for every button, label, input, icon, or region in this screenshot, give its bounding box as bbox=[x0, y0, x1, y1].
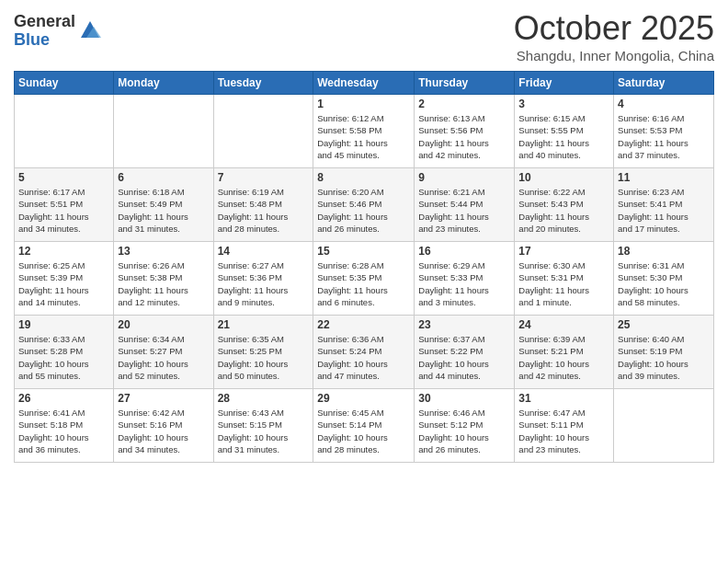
day-number: 9 bbox=[418, 171, 510, 184]
day-number: 16 bbox=[418, 245, 510, 258]
logo-general: General bbox=[14, 13, 75, 31]
day-number: 31 bbox=[518, 392, 609, 405]
calendar-cell: 1Sunrise: 6:12 AMSunset: 5:58 PMDaylight… bbox=[313, 95, 415, 168]
calendar-week-2: 5Sunrise: 6:17 AMSunset: 5:51 PMDaylight… bbox=[15, 168, 714, 242]
calendar-cell: 3Sunrise: 6:15 AMSunset: 5:55 PMDaylight… bbox=[515, 95, 614, 168]
calendar-cell bbox=[114, 95, 213, 168]
day-number: 5 bbox=[18, 171, 109, 184]
logo-icon bbox=[77, 17, 103, 43]
weekday-header-sunday: Sunday bbox=[15, 72, 114, 95]
day-info: Sunrise: 6:12 AMSunset: 5:58 PMDaylight:… bbox=[317, 112, 410, 161]
weekday-header-thursday: Thursday bbox=[415, 72, 515, 95]
header: General Blue October 2025 Shangdu, Inner… bbox=[14, 9, 714, 63]
day-info: Sunrise: 6:23 AMSunset: 5:41 PMDaylight:… bbox=[618, 186, 710, 235]
calendar-cell: 11Sunrise: 6:23 AMSunset: 5:41 PMDayligh… bbox=[614, 168, 714, 242]
day-number: 21 bbox=[218, 318, 310, 331]
logo: General Blue bbox=[14, 13, 103, 50]
day-info: Sunrise: 6:37 AMSunset: 5:22 PMDaylight:… bbox=[418, 333, 510, 382]
calendar-cell: 8Sunrise: 6:20 AMSunset: 5:46 PMDaylight… bbox=[313, 168, 415, 242]
day-info: Sunrise: 6:34 AMSunset: 5:27 PMDaylight:… bbox=[118, 333, 209, 382]
day-number: 8 bbox=[317, 171, 410, 184]
calendar-week-3: 12Sunrise: 6:25 AMSunset: 5:39 PMDayligh… bbox=[15, 242, 714, 316]
day-info: Sunrise: 6:21 AMSunset: 5:44 PMDaylight:… bbox=[418, 186, 510, 235]
calendar-cell: 24Sunrise: 6:39 AMSunset: 5:21 PMDayligh… bbox=[515, 316, 614, 389]
calendar-cell: 31Sunrise: 6:47 AMSunset: 5:11 PMDayligh… bbox=[515, 389, 614, 463]
calendar-cell: 18Sunrise: 6:31 AMSunset: 5:30 PMDayligh… bbox=[614, 242, 714, 316]
day-number: 19 bbox=[18, 318, 109, 331]
calendar-cell: 21Sunrise: 6:35 AMSunset: 5:25 PMDayligh… bbox=[213, 316, 313, 389]
calendar-cell: 2Sunrise: 6:13 AMSunset: 5:56 PMDaylight… bbox=[415, 95, 515, 168]
calendar-cell: 4Sunrise: 6:16 AMSunset: 5:53 PMDaylight… bbox=[614, 95, 714, 168]
day-info: Sunrise: 6:27 AMSunset: 5:36 PMDaylight:… bbox=[218, 259, 310, 308]
calendar-cell: 25Sunrise: 6:40 AMSunset: 5:19 PMDayligh… bbox=[614, 316, 714, 389]
day-number: 25 bbox=[618, 318, 710, 331]
calendar-cell: 23Sunrise: 6:37 AMSunset: 5:22 PMDayligh… bbox=[415, 316, 515, 389]
day-info: Sunrise: 6:35 AMSunset: 5:25 PMDaylight:… bbox=[218, 333, 310, 382]
day-number: 20 bbox=[118, 318, 209, 331]
day-number: 12 bbox=[18, 245, 109, 258]
calendar-cell: 6Sunrise: 6:18 AMSunset: 5:49 PMDaylight… bbox=[114, 168, 213, 242]
day-info: Sunrise: 6:41 AMSunset: 5:18 PMDaylight:… bbox=[18, 407, 109, 455]
day-number: 14 bbox=[218, 245, 310, 258]
weekday-header-friday: Friday bbox=[515, 72, 614, 95]
day-info: Sunrise: 6:36 AMSunset: 5:24 PMDaylight:… bbox=[317, 333, 410, 382]
day-info: Sunrise: 6:15 AMSunset: 5:55 PMDaylight:… bbox=[518, 112, 609, 161]
calendar-cell: 19Sunrise: 6:33 AMSunset: 5:28 PMDayligh… bbox=[15, 316, 114, 389]
calendar-cell: 29Sunrise: 6:45 AMSunset: 5:14 PMDayligh… bbox=[313, 389, 415, 463]
calendar-cell: 7Sunrise: 6:19 AMSunset: 5:48 PMDaylight… bbox=[213, 168, 313, 242]
weekday-header-saturday: Saturday bbox=[614, 72, 714, 95]
day-number: 27 bbox=[118, 392, 209, 405]
day-number: 17 bbox=[518, 245, 609, 258]
calendar-cell bbox=[614, 389, 714, 463]
day-number: 26 bbox=[18, 392, 109, 405]
day-info: Sunrise: 6:13 AMSunset: 5:56 PMDaylight:… bbox=[418, 112, 510, 161]
weekday-header-wednesday: Wednesday bbox=[313, 72, 415, 95]
weekday-header-tuesday: Tuesday bbox=[213, 72, 313, 95]
calendar-cell: 14Sunrise: 6:27 AMSunset: 5:36 PMDayligh… bbox=[213, 242, 313, 316]
logo-blue: Blue bbox=[14, 31, 75, 50]
weekday-header-monday: Monday bbox=[114, 72, 213, 95]
calendar-cell: 15Sunrise: 6:28 AMSunset: 5:35 PMDayligh… bbox=[313, 242, 415, 316]
day-info: Sunrise: 6:25 AMSunset: 5:39 PMDaylight:… bbox=[18, 259, 109, 308]
day-info: Sunrise: 6:40 AMSunset: 5:19 PMDaylight:… bbox=[618, 333, 710, 382]
day-number: 1 bbox=[317, 98, 410, 110]
logo-text: General Blue bbox=[14, 13, 75, 50]
calendar-cell: 27Sunrise: 6:42 AMSunset: 5:16 PMDayligh… bbox=[114, 389, 213, 463]
day-info: Sunrise: 6:28 AMSunset: 5:35 PMDaylight:… bbox=[317, 259, 410, 308]
day-number: 2 bbox=[418, 98, 510, 110]
day-info: Sunrise: 6:42 AMSunset: 5:16 PMDaylight:… bbox=[118, 407, 209, 455]
day-number: 24 bbox=[518, 318, 609, 331]
calendar-cell: 20Sunrise: 6:34 AMSunset: 5:27 PMDayligh… bbox=[114, 316, 213, 389]
day-info: Sunrise: 6:46 AMSunset: 5:12 PMDaylight:… bbox=[418, 407, 510, 455]
calendar-cell: 10Sunrise: 6:22 AMSunset: 5:43 PMDayligh… bbox=[515, 168, 614, 242]
day-number: 22 bbox=[317, 318, 410, 331]
calendar-week-5: 26Sunrise: 6:41 AMSunset: 5:18 PMDayligh… bbox=[15, 389, 714, 463]
calendar-week-1: 1Sunrise: 6:12 AMSunset: 5:58 PMDaylight… bbox=[15, 95, 714, 168]
day-info: Sunrise: 6:20 AMSunset: 5:46 PMDaylight:… bbox=[317, 186, 410, 235]
calendar-cell: 17Sunrise: 6:30 AMSunset: 5:31 PMDayligh… bbox=[515, 242, 614, 316]
day-info: Sunrise: 6:47 AMSunset: 5:11 PMDaylight:… bbox=[518, 407, 609, 455]
day-number: 29 bbox=[317, 392, 410, 405]
day-info: Sunrise: 6:19 AMSunset: 5:48 PMDaylight:… bbox=[218, 186, 310, 235]
title-block: October 2025 Shangdu, Inner Mongolia, Ch… bbox=[514, 9, 714, 63]
calendar-cell: 22Sunrise: 6:36 AMSunset: 5:24 PMDayligh… bbox=[313, 316, 415, 389]
calendar-cell: 5Sunrise: 6:17 AMSunset: 5:51 PMDaylight… bbox=[15, 168, 114, 242]
day-number: 15 bbox=[317, 245, 410, 258]
calendar-cell: 30Sunrise: 6:46 AMSunset: 5:12 PMDayligh… bbox=[415, 389, 515, 463]
month-title: October 2025 bbox=[514, 9, 714, 48]
calendar-cell bbox=[15, 95, 114, 168]
day-number: 4 bbox=[618, 98, 710, 110]
day-number: 3 bbox=[518, 98, 609, 110]
day-number: 10 bbox=[518, 171, 609, 184]
day-info: Sunrise: 6:18 AMSunset: 5:49 PMDaylight:… bbox=[118, 186, 209, 235]
day-info: Sunrise: 6:26 AMSunset: 5:38 PMDaylight:… bbox=[118, 259, 209, 308]
location-subtitle: Shangdu, Inner Mongolia, China bbox=[514, 48, 714, 63]
calendar-cell: 28Sunrise: 6:43 AMSunset: 5:15 PMDayligh… bbox=[213, 389, 313, 463]
page-container: General Blue October 2025 Shangdu, Inner… bbox=[0, 0, 728, 472]
day-info: Sunrise: 6:17 AMSunset: 5:51 PMDaylight:… bbox=[18, 186, 109, 235]
calendar-table: SundayMondayTuesdayWednesdayThursdayFrid… bbox=[14, 71, 714, 463]
day-number: 23 bbox=[418, 318, 510, 331]
day-number: 7 bbox=[218, 171, 310, 184]
calendar-cell bbox=[213, 95, 313, 168]
calendar-cell: 13Sunrise: 6:26 AMSunset: 5:38 PMDayligh… bbox=[114, 242, 213, 316]
